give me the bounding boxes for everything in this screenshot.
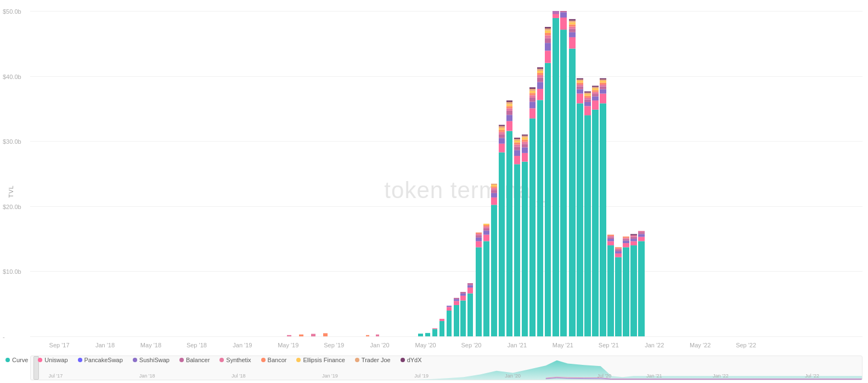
svg-rect-169 (607, 235, 614, 236)
pancakeswap-dot (78, 358, 82, 362)
ellipsis-label: Ellipsis Finance (303, 357, 345, 363)
svg-rect-141 (584, 98, 591, 99)
svg-rect-122 (569, 29, 576, 32)
svg-rect-142 (584, 96, 591, 98)
balancer-label: Balancer (186, 357, 210, 363)
svg-rect-66 (514, 164, 520, 336)
bancor-dot (261, 358, 266, 362)
svg-rect-48 (499, 153, 505, 336)
grid-line-5: - (30, 336, 863, 337)
svg-rect-157 (600, 89, 606, 94)
svg-rect-104 (545, 43, 551, 50)
svg-rect-75 (522, 162, 528, 336)
svg-rect-97 (537, 75, 543, 78)
svg-rect-58 (506, 121, 512, 131)
x-label-jan22: Jan '22 (645, 342, 664, 348)
legend-item-sushiswap: SushiSwap (133, 357, 170, 363)
svg-rect-101 (537, 67, 543, 69)
svg-rect-174 (615, 249, 622, 250)
svg-rect-46 (491, 185, 497, 187)
grid-label-0: $50.0b (3, 8, 21, 15)
svg-rect-134 (577, 81, 583, 82)
svg-rect-53 (499, 130, 505, 132)
svg-rect-185 (630, 237, 637, 239)
svg-rect-68 (514, 150, 520, 156)
svg-rect-51 (499, 134, 505, 138)
bars-chart (30, 11, 863, 336)
x-labels: Sep '17 Jan '18 May '18 Sep '18 Jan '19 … (30, 342, 863, 353)
svg-rect-167 (607, 237, 614, 239)
svg-rect-24 (467, 288, 473, 294)
x-label-sep17: Sep '17 (49, 342, 70, 348)
svg-rect-119 (569, 49, 576, 336)
svg-rect-151 (592, 90, 599, 92)
svg-rect-171 (615, 254, 622, 257)
svg-rect-77 (522, 148, 528, 153)
svg-rect-114 (553, 11, 559, 14)
svg-rect-138 (584, 106, 591, 115)
legend-item-curve: Curve (5, 357, 28, 363)
x-label-sep20: Sep '20 (461, 342, 482, 348)
x-label-may20: May '20 (415, 342, 436, 348)
x-label-sep19: Sep '19 (324, 342, 344, 348)
svg-rect-168 (607, 236, 614, 237)
svg-rect-94 (537, 89, 543, 100)
grid-label-2: $30.0b (3, 138, 21, 145)
svg-rect-13 (447, 307, 452, 311)
traderjoe-label: Trader Joe (362, 357, 391, 363)
svg-rect-73 (514, 139, 520, 140)
svg-rect-164 (607, 245, 614, 336)
svg-rect-82 (522, 136, 528, 138)
svg-rect-43 (491, 190, 497, 193)
svg-rect-57 (506, 131, 512, 336)
svg-rect-47 (491, 184, 497, 185)
legend-item-balancer: Balancer (179, 357, 210, 363)
svg-rect-180 (623, 238, 629, 239)
bancor-label: Bancor (268, 357, 287, 363)
svg-rect-105 (545, 38, 551, 43)
svg-rect-22 (460, 292, 466, 294)
svg-rect-62 (506, 106, 512, 108)
svg-rect-30 (476, 235, 482, 238)
svg-rect-149 (592, 94, 599, 97)
curve-dot (5, 358, 10, 362)
x-label-sep22: Sep '22 (736, 342, 756, 348)
svg-rect-20 (460, 296, 466, 301)
x-label-jan18: Jan '18 (95, 342, 115, 348)
svg-rect-131 (577, 86, 583, 89)
svg-rect-45 (491, 187, 497, 188)
svg-rect-3 (323, 333, 328, 336)
svg-rect-156 (600, 94, 606, 104)
svg-rect-0 (287, 335, 291, 336)
synthetix-dot (219, 358, 224, 362)
svg-rect-31 (476, 234, 482, 235)
svg-rect-21 (460, 294, 466, 296)
svg-rect-39 (483, 224, 489, 225)
svg-rect-34 (483, 235, 489, 241)
svg-rect-87 (529, 98, 536, 102)
svg-rect-136 (577, 78, 583, 80)
svg-rect-98 (537, 73, 543, 75)
svg-rect-18 (454, 298, 459, 299)
legend-item-traderjoe: Trader Joe (355, 357, 391, 363)
svg-rect-177 (623, 243, 629, 247)
svg-rect-162 (600, 80, 606, 81)
legend: Curve Uniswap PancakeSwap SushiSwap Bala… (0, 354, 868, 365)
svg-rect-152 (592, 88, 599, 90)
svg-rect-86 (529, 102, 536, 108)
svg-rect-42 (491, 193, 497, 198)
curve-label: Curve (12, 357, 28, 363)
svg-rect-186 (630, 235, 637, 237)
svg-rect-189 (638, 237, 645, 241)
svg-rect-89 (529, 93, 536, 95)
svg-rect-9 (432, 328, 437, 329)
svg-rect-130 (577, 89, 583, 94)
svg-rect-99 (537, 71, 543, 73)
svg-rect-15 (454, 305, 459, 336)
svg-rect-170 (615, 257, 622, 336)
svg-rect-145 (584, 92, 591, 93)
svg-rect-129 (577, 94, 583, 104)
svg-rect-176 (623, 247, 629, 336)
svg-rect-163 (600, 78, 606, 80)
svg-rect-19 (460, 301, 466, 336)
